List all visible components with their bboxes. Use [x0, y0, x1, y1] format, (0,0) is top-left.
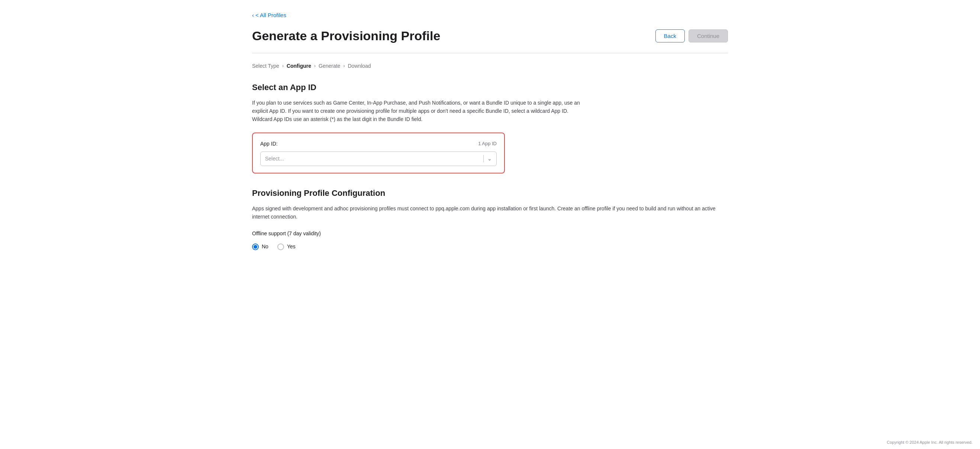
radio-circle-yes: [277, 243, 284, 250]
offline-radio-group: No Yes: [252, 243, 728, 251]
breadcrumb-select-type: Select Type: [252, 62, 279, 70]
app-id-header: App ID: 1 App ID: [260, 140, 497, 148]
back-link-label: < All Profiles: [255, 11, 286, 20]
app-id-count: 1 App ID: [478, 140, 497, 147]
breadcrumb: Select Type › Configure › Generate › Dow…: [252, 62, 728, 70]
config-section-title: Provisioning Profile Configuration: [252, 187, 728, 199]
breadcrumb-configure: Configure: [286, 62, 311, 70]
radio-circle-no: [252, 243, 259, 250]
radio-label-yes: Yes: [287, 243, 296, 251]
breadcrumb-chevron-3: ›: [343, 62, 345, 69]
app-id-description: If you plan to use services such as Game…: [252, 99, 587, 124]
header-buttons: Back Continue: [655, 29, 728, 42]
radio-dot-no: [253, 245, 257, 249]
app-id-select[interactable]: Select... ⌄: [260, 152, 497, 166]
page-title: Generate a Provisioning Profile: [252, 26, 440, 45]
back-to-profiles-link[interactable]: ‹ < All Profiles: [252, 11, 286, 20]
header-divider: [252, 53, 728, 53]
breadcrumb-download: Download: [348, 62, 371, 70]
breadcrumb-chevron-2: ›: [314, 62, 316, 69]
select-placeholder: Select...: [265, 155, 284, 163]
radio-option-no[interactable]: No: [252, 243, 269, 251]
continue-button[interactable]: Continue: [689, 29, 728, 42]
radio-option-yes[interactable]: Yes: [277, 243, 296, 251]
radio-label-no: No: [262, 243, 269, 251]
app-id-section-title: Select an App ID: [252, 81, 728, 93]
back-button[interactable]: Back: [655, 29, 685, 42]
back-chevron-icon: ‹: [252, 11, 254, 20]
breadcrumb-chevron-1: ›: [282, 62, 284, 69]
config-description: Apps signed with development and adhoc p…: [252, 205, 728, 221]
app-id-box: App ID: 1 App ID Select... ⌄: [252, 133, 505, 174]
page-header: Generate a Provisioning Profile Back Con…: [252, 26, 728, 45]
breadcrumb-generate: Generate: [318, 62, 340, 70]
select-divider: [483, 155, 484, 162]
offline-support-label: Offline support (7 day validity): [252, 230, 728, 238]
app-id-label: App ID:: [260, 140, 278, 148]
chevron-down-icon: ⌄: [487, 155, 492, 163]
